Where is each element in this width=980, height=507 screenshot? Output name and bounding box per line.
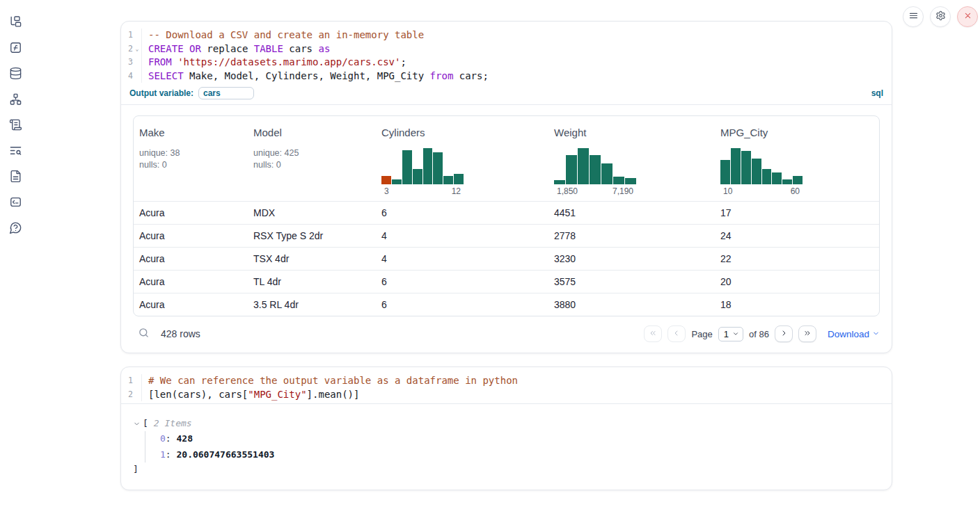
- table-header: Makeunique: 38nulls: 0Modelunique: 425nu…: [134, 116, 879, 201]
- sidebar-item-snippets[interactable]: [7, 195, 24, 211]
- code-text: -- Download a CSV and create an in-memor…: [142, 29, 424, 42]
- table-cell: RSX Type S 2dr: [248, 230, 376, 241]
- table-row: AcuraMDX6445117: [134, 201, 879, 224]
- sql-code-editor[interactable]: 1-- Download a CSV and create an in-memo…: [121, 22, 892, 85]
- table-row: AcuraTL 4dr6357520: [134, 270, 879, 293]
- code-text: CREATE OR replace TABLE cars as: [142, 42, 330, 56]
- dependency-graph-icon: [9, 92, 22, 108]
- logs-search-icon: [9, 144, 22, 159]
- table-cell: 3575: [548, 276, 715, 287]
- code-line: 4SELECT Make, Model, Cylinders, Weight, …: [121, 70, 892, 83]
- database-icon: [9, 67, 22, 82]
- page-select[interactable]: 1: [718, 327, 743, 341]
- table-cell: 3230: [548, 253, 715, 264]
- output-variable-row: Output variable: sql: [121, 85, 892, 105]
- code-line: 3FROM 'https://datasets.marimo.app/cars.…: [121, 56, 892, 70]
- sql-language-badge: sql: [871, 88, 883, 98]
- histogram-max-label: 60: [791, 186, 800, 196]
- histogram-bar: [613, 177, 624, 184]
- shutdown-icon: [963, 10, 973, 23]
- sidebar-item-help[interactable]: [7, 220, 24, 236]
- prev-page-button[interactable]: [667, 325, 686, 342]
- output-variable-input[interactable]: [198, 87, 254, 99]
- sidebar-item-file-tree[interactable]: [7, 15, 24, 31]
- shutdown-button[interactable]: [957, 6, 978, 27]
- code-line: 1# We can reference the output variable …: [121, 374, 892, 388]
- page-select-value: 1: [724, 329, 729, 339]
- histogram-bar: [423, 148, 433, 184]
- column-header-label[interactable]: Model: [253, 127, 376, 138]
- sidebar-item-scratchpad[interactable]: [7, 118, 24, 134]
- histogram-bar: [720, 160, 730, 184]
- json-tree-item: 0: 428: [160, 431, 880, 447]
- column-header-label[interactable]: MPG_City: [720, 127, 879, 138]
- table-cell: 17: [715, 207, 879, 218]
- code-text: [len(cars), cars["MPG_City"].mean()]: [142, 388, 359, 402]
- sidebar-item-functions[interactable]: [7, 40, 24, 56]
- table-cell: 20: [715, 276, 879, 287]
- histogram-bar: [402, 150, 412, 184]
- column-stats: unique: 425nulls: 0: [253, 147, 376, 170]
- sidebar-item-documentation[interactable]: [7, 169, 24, 185]
- line-number: 2: [121, 388, 142, 402]
- item-key: 1: [160, 449, 166, 460]
- code-line: 2[len(cars), cars["MPG_City"].mean()]: [121, 388, 892, 402]
- histogram-bar: [625, 178, 636, 184]
- histogram-max-label: 12: [452, 186, 461, 196]
- sidebar-item-datasources[interactable]: [7, 66, 24, 82]
- column-header-label[interactable]: Cylinders: [381, 127, 548, 138]
- documentation-icon: [9, 170, 22, 185]
- histogram-bar: [433, 152, 443, 184]
- histogram-bar: [454, 174, 464, 184]
- collapse-chevron-icon[interactable]: [133, 420, 141, 428]
- column-header-label[interactable]: Weight: [554, 127, 715, 138]
- table-cell: Acura: [134, 276, 248, 287]
- next-page-button[interactable]: [775, 325, 793, 342]
- table-cell: 6: [376, 276, 548, 287]
- column-header: Makeunique: 38nulls: 0: [134, 116, 248, 201]
- histogram-bar: [601, 163, 612, 184]
- code-line: 2⌄CREATE OR replace TABLE cars as: [121, 42, 892, 56]
- first-page-button[interactable]: [644, 325, 662, 342]
- settings-button[interactable]: [930, 6, 951, 27]
- chevron-down-icon: [872, 329, 880, 339]
- row-count: 428 rows: [161, 328, 200, 339]
- python-code-editor[interactable]: 1# We can reference the output variable …: [121, 367, 892, 403]
- histogram-max-label: 7,190: [612, 186, 633, 196]
- code-text: SELECT Make, Model, Cylinders, Weight, M…: [142, 70, 489, 83]
- file-tree-icon: [9, 15, 22, 31]
- table-cell: Acura: [134, 207, 248, 218]
- search-button[interactable]: [138, 327, 150, 341]
- scroll-icon: [9, 118, 22, 134]
- column-histogram: 312: [381, 148, 548, 201]
- table-body: AcuraMDX6445117AcuraRSX Type S 2dr427782…: [134, 201, 879, 316]
- sidebar-item-logs[interactable]: [7, 143, 24, 159]
- menu-icon: [908, 10, 919, 23]
- help-icon: [9, 221, 22, 236]
- last-page-button[interactable]: [798, 325, 816, 342]
- json-tree-items: 0: 4281: 20.060747663551403: [145, 431, 880, 462]
- column-header-label[interactable]: Make: [139, 127, 248, 138]
- code-text: # We can reference the output variable a…: [142, 374, 518, 388]
- menu-button[interactable]: [903, 6, 924, 27]
- table-cell: 22: [715, 253, 879, 264]
- code-line: 1-- Download a CSV and create an in-memo…: [121, 29, 892, 42]
- table-footer: 428 rows Page 1 of 86: [133, 316, 880, 353]
- json-tree-root: [ 2 Items: [133, 416, 880, 431]
- histogram-bar: [554, 180, 565, 184]
- chevrons-left-icon: [649, 329, 657, 339]
- open-bracket: [: [143, 416, 148, 431]
- page-total: of 86: [749, 329, 769, 339]
- histogram-bar: [762, 169, 772, 184]
- item-value: 20.060747663551403: [176, 449, 274, 460]
- sidebar-item-dependency-graph[interactable]: [7, 92, 24, 108]
- table-cell: Acura: [134, 253, 248, 264]
- python-cell-output: [ 2 Items 0: 4281: 20.060747663551403 ]: [121, 403, 892, 490]
- table-cell: 4: [376, 253, 548, 264]
- chevrons-right-icon: [803, 329, 812, 339]
- table-cell: 24: [715, 230, 879, 241]
- fold-chevron-icon[interactable]: ⌄: [133, 42, 141, 56]
- table-cell: 6: [376, 299, 548, 310]
- close-bracket: ]: [133, 462, 880, 476]
- download-button[interactable]: Download: [828, 329, 880, 339]
